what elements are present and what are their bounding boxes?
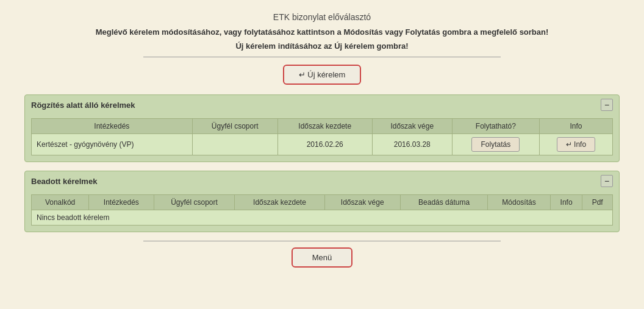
col-beadas-datuma: Beadás dátuma (400, 195, 487, 210)
table-row: Kertészet - gyógynövény (VP) 2016.02.26 … (32, 134, 613, 155)
cell-info: ↵ Info (539, 134, 612, 155)
open-requests-header: Rögzítés alatt álló kérelmek − (25, 95, 619, 115)
col-intezkedesek: Intézkedés (32, 119, 193, 134)
submitted-requests-collapse-button[interactable]: − (601, 175, 613, 187)
top-divider (143, 57, 501, 57)
col-sub-ugyfel-csoport: Ügyfél csoport (154, 195, 235, 210)
col-sub-intezkedesek: Intézkedés (89, 195, 154, 210)
open-requests-table: Intézkedés Ügyfél csoport Időszak kezdet… (31, 118, 613, 155)
menu-area: Menü (24, 247, 620, 268)
info-button[interactable]: ↵ Info (557, 137, 595, 152)
open-requests-title: Rögzítés alatt álló kérelmek (31, 101, 135, 110)
submitted-requests-table: Vonalkód Intézkedés Ügyfél csoport Idősz… (31, 194, 613, 226)
submitted-requests-title: Beadott kérelmek (31, 177, 97, 186)
col-ugyfel-csoport: Ügyfél csoport (192, 119, 277, 134)
cell-idoszak-kezdete: 2016.02.26 (277, 134, 372, 155)
open-requests-section: Rögzítés alatt álló kérelmek − Intézkedé… (24, 94, 620, 162)
col-idoszak-kezdete: Időszak kezdete (277, 119, 372, 134)
page-title: ETK bizonylat előválasztó (24, 12, 620, 22)
col-sub-idoszak-kezdete: Időszak kezdete (235, 195, 324, 210)
menu-button[interactable]: Menü (292, 247, 353, 268)
col-folytatható: Folytatható? (452, 119, 539, 134)
folyatas-button[interactable]: Folytatás (471, 137, 520, 152)
cell-intezkedesek: Kertészet - gyógynövény (VP) (32, 134, 193, 155)
cell-idoszak-vege: 2016.03.28 (372, 134, 452, 155)
instruction-text-1: Meglévő kérelem módosításához, vagy foly… (24, 27, 620, 38)
submitted-requests-header: Beadott kérelmek − (25, 171, 619, 191)
col-info: Info (539, 119, 612, 134)
col-sub-info: Info (550, 195, 582, 210)
cell-ugyfel-csoport (192, 134, 277, 155)
open-requests-content: Intézkedés Ügyfél csoport Időszak kezdet… (25, 115, 619, 162)
new-request-button[interactable]: ↵ Új kérelem (283, 65, 362, 85)
col-pdf: Pdf (582, 195, 613, 210)
col-modositas: Módosítás (488, 195, 551, 210)
open-requests-header-row: Intézkedés Ügyfél csoport Időszak kezdet… (32, 119, 613, 134)
empty-message: Nincs beadott kérelem (32, 210, 613, 226)
col-vonalkod: Vonalkód (32, 195, 89, 210)
empty-row: Nincs beadott kérelem (32, 210, 613, 226)
new-request-area: ↵ Új kérelem (24, 65, 620, 85)
submitted-header-row: Vonalkód Intézkedés Ügyfél csoport Idősz… (32, 195, 613, 210)
col-sub-idoszak-vege: Időszak vége (324, 195, 400, 210)
open-requests-collapse-button[interactable]: − (601, 99, 613, 111)
bottom-divider (143, 241, 501, 241)
submitted-requests-section: Beadott kérelmek − Vonalkód Intézkedés Ü… (24, 171, 620, 232)
submitted-requests-content: Vonalkód Intézkedés Ügyfél csoport Idősz… (25, 191, 619, 232)
page-wrapper: ETK bizonylat előválasztó Meglévő kérele… (0, 0, 644, 280)
instruction-text-2: Új kérelem indításához az Új kérelem gom… (24, 41, 620, 51)
col-idoszak-vege: Időszak vége (372, 119, 452, 134)
cell-folytatható: Folytatás (452, 134, 539, 155)
